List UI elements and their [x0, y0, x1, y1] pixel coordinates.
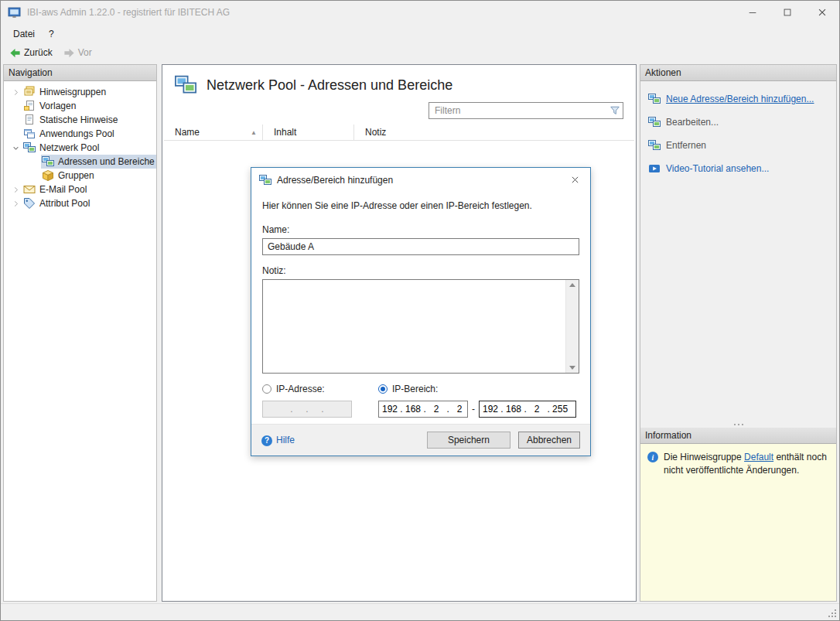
back-label: Zurück: [24, 47, 53, 58]
tree-item-statische-hinweise[interactable]: Statische Hinweise: [4, 113, 156, 127]
filter-input[interactable]: [429, 105, 607, 116]
twisty-spacer: [9, 169, 22, 182]
twisty-spacer: [9, 155, 22, 168]
window-controls: [735, 1, 839, 24]
resize-grip-icon[interactable]: [827, 608, 836, 617]
action-video-tutorial[interactable]: Video-Tutorial ansehen...: [648, 162, 828, 175]
information-text: Die Hinweisgruppe Default enthält noch n…: [664, 451, 829, 477]
close-button[interactable]: [804, 1, 839, 24]
action-add-address[interactable]: Neue Adresse/Bereich hinzufügen...: [648, 93, 828, 105]
maximize-button[interactable]: [770, 1, 804, 24]
forward-arrow-icon: [63, 47, 75, 59]
twisty-spacer: [9, 114, 22, 126]
network-pool-icon: [23, 142, 36, 154]
minimize-button[interactable]: [735, 1, 770, 24]
email-pool-icon: [23, 183, 36, 196]
ip-range-separator: -: [472, 404, 475, 415]
chevron-right-icon[interactable]: [9, 197, 22, 210]
window-title: IBI-aws Admin 1.22.0 - registriert für I…: [27, 7, 735, 18]
forward-button[interactable]: Vor: [59, 46, 97, 60]
ip-address-radio[interactable]: [262, 384, 271, 394]
navigation-header: Navigation: [4, 65, 156, 81]
ip-single-column: [262, 401, 378, 418]
app-window: IBI-aws Admin 1.22.0 - registriert für I…: [0, 0, 840, 621]
cancel-button[interactable]: Abbrechen: [518, 432, 580, 449]
tree-item-label: Attribut Pool: [39, 198, 90, 209]
tree-item-vorlagen[interactable]: Vorlagen: [4, 99, 156, 113]
dialog-footer: Hilfe Speichern Abbrechen: [251, 424, 590, 456]
name-input[interactable]: [262, 238, 579, 255]
chevron-down-icon[interactable]: [9, 142, 22, 154]
ip-mode-radios: IP-Adresse: IP-Bereich:: [262, 384, 579, 394]
dialog-title-bar: Adresse/Bereich hinzufügen: [251, 168, 590, 192]
menu-item-datei[interactable]: Datei: [6, 26, 42, 42]
tree-item-attribut-pool[interactable]: Attribut Pool: [4, 196, 156, 210]
column-header-notiz[interactable]: Notiz: [354, 125, 634, 140]
back-button[interactable]: Zurück: [5, 46, 57, 60]
tree-item-label: Adressen und Bereiche: [58, 156, 155, 167]
navigation-tree: Hinweisgruppen Vorlagen Statische Hinwei…: [4, 81, 156, 210]
scroll-up-icon[interactable]: [569, 283, 575, 287]
column-label: Name: [175, 127, 200, 138]
dialog-body: Hier können Sie eine IP-Adresse oder ein…: [251, 192, 590, 424]
note-textarea[interactable]: [262, 279, 579, 374]
tree-item-label: Statische Hinweise: [39, 114, 118, 125]
action-edit[interactable]: Bearbeiten...: [648, 116, 828, 128]
tree-item-netzwerk-pool[interactable]: Netzwerk Pool: [4, 141, 156, 155]
tree-item-gruppen[interactable]: Gruppen: [4, 169, 156, 183]
maximize-icon: [782, 7, 793, 18]
tree-item-email-pool[interactable]: E-Mail Pool: [4, 183, 156, 196]
chevron-right-icon[interactable]: [9, 183, 22, 196]
filter-funnel-icon[interactable]: [607, 105, 623, 116]
ip-address-radio-group[interactable]: IP-Adresse:: [262, 384, 378, 394]
column-label: Inhalt: [274, 127, 296, 138]
close-icon: [570, 175, 580, 185]
splitter-grip-icon: [738, 424, 739, 425]
app-icon: [8, 6, 21, 19]
title-bar: IBI-aws Admin 1.22.0 - registriert für I…: [1, 1, 839, 24]
ip-range-radio[interactable]: [378, 384, 388, 394]
action-label: Video-Tutorial ansehen...: [666, 163, 769, 174]
save-button[interactable]: Speichern: [427, 432, 510, 449]
action-remove[interactable]: Entfernen: [648, 139, 828, 152]
sort-ascending-icon: ▲: [251, 129, 257, 136]
note-content: [267, 282, 563, 370]
forward-label: Vor: [78, 47, 92, 58]
column-label: Notiz: [365, 127, 386, 138]
column-header-inhalt[interactable]: Inhalt: [263, 125, 354, 140]
navigation-panel: Navigation Hinweisgruppen Vorlagen: [3, 64, 157, 602]
hint-groups-icon: [23, 86, 36, 98]
dialog-description: Hier können Sie eine IP-Adresse oder ein…: [262, 200, 579, 211]
tree-item-label: Anwendungs Pool: [39, 128, 114, 139]
tree-item-adressen-und-bereiche[interactable]: Adressen und Bereiche: [4, 155, 156, 169]
panel-splitter[interactable]: [640, 421, 836, 428]
ip-range-to-input[interactable]: [479, 401, 576, 418]
default-group-link[interactable]: Default: [744, 452, 773, 462]
help-icon: [261, 435, 272, 446]
tree-item-hinweisgruppen[interactable]: Hinweisgruppen: [4, 85, 156, 99]
scroll-down-icon[interactable]: [569, 366, 575, 370]
templates-icon: [23, 100, 36, 112]
tree-item-label: E-Mail Pool: [39, 184, 87, 195]
help-label: Hilfe: [276, 435, 295, 445]
action-label: Entfernen: [666, 140, 706, 151]
actions-panel: Aktionen Neue Adresse/Bereich hinzufügen…: [640, 64, 837, 602]
menu-item-help[interactable]: ?: [42, 26, 61, 42]
twisty-spacer: [9, 100, 22, 112]
ip-range-from-input[interactable]: [378, 401, 468, 418]
tree-item-label: Vorlagen: [39, 101, 76, 111]
close-icon: [817, 7, 828, 18]
attribute-pool-icon: [23, 197, 36, 210]
help-link[interactable]: Hilfe: [261, 435, 419, 446]
information-header: Information: [640, 428, 836, 444]
dialog-close-button[interactable]: [559, 168, 590, 192]
page-title: Netzwerk Pool - Adressen und Bereiche: [207, 77, 452, 94]
chevron-right-icon[interactable]: [9, 86, 22, 98]
video-tutorial-icon: [648, 162, 661, 175]
column-header-name[interactable]: Name ▲: [164, 125, 263, 140]
tree-item-anwendungs-pool[interactable]: Anwendungs Pool: [4, 127, 156, 141]
note-scrollbar[interactable]: [565, 280, 579, 373]
action-label: Neue Adresse/Bereich hinzufügen...: [666, 94, 814, 104]
dialog-title: Adresse/Bereich hinzufügen: [277, 175, 554, 186]
ip-range-radio-group[interactable]: IP-Bereich:: [378, 384, 438, 394]
